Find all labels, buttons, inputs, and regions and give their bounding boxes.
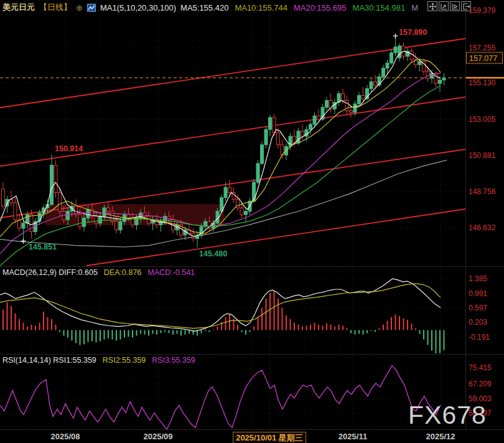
candle-body: [78, 215, 82, 226]
fx678-watermark: FX678: [408, 401, 487, 430]
macd-header: MACD(26,12,9) DIFF:0.605DEA:0.876MACD:-0…: [2, 268, 195, 277]
candle-body: [277, 133, 280, 145]
candle-body: [374, 82, 377, 85]
candle-body: [95, 217, 98, 223]
price-chart-canvas[interactable]: 157.890150.914145.851145.480159.379157.2…: [0, 0, 504, 443]
candle-body: [50, 166, 54, 205]
date-tick-label: 2025/08: [51, 432, 80, 441]
rsi-header-value: RSI(14,14,14) RSI1:55.359: [2, 356, 96, 365]
rsi-header: RSI(14,14,14) RSI1:55.359RSI2:55.359RSI3…: [2, 356, 195, 365]
macd-axis-label: 1.385: [469, 274, 487, 283]
price-axis-label: 155.130: [469, 78, 496, 87]
ma-value-label: MA20:155.695: [294, 3, 347, 12]
trend-channel-line[interactable]: [0, 97, 465, 166]
candle-body: [370, 82, 373, 88]
candle-body: [394, 47, 397, 53]
ma20-line: [0, 73, 441, 254]
date-tick-label: 2025/09: [144, 432, 173, 441]
candle-body: [220, 198, 223, 212]
candle-body: [269, 118, 272, 129]
date-tick-label: 2025/11: [338, 432, 367, 441]
candle-body: [99, 217, 102, 223]
candle-body: [245, 211, 248, 214]
candle-body: [54, 166, 57, 193]
candle-body: [418, 62, 421, 65]
candle-body: [22, 223, 25, 228]
price-annotation: 145.480: [199, 249, 227, 258]
macd-axis-label: 0.597: [469, 304, 487, 312]
ma-value-label: MA10:155.744: [235, 3, 287, 12]
ma-values-row: MA5:155.420MA10:155.744MA20:155.695MA30:…: [180, 3, 418, 12]
price-axis-label: 153.005: [469, 115, 496, 124]
candle-body: [386, 63, 389, 68]
price-annotation: 145.851: [29, 243, 57, 251]
link-icon[interactable]: ⊕: [76, 3, 83, 12]
pan-crosshair-icon[interactable]: [427, 1, 437, 11]
macd-axis-label: -0.191: [469, 333, 490, 342]
candle-body: [103, 208, 106, 217]
macd-header-value: MACD:-0.541: [147, 268, 195, 277]
candle-body: [350, 111, 353, 113]
price-axis-label: 146.632: [469, 223, 496, 232]
price-axis-label: 148.756: [469, 187, 496, 196]
rsi-header-value: RSI3:55.359: [152, 356, 195, 365]
chart-header: 美元日元 【日线】 ⊕ MA1(5,10,20,30,100) MA5:155.…: [2, 2, 418, 13]
exit-chart-icon[interactable]: [461, 1, 471, 11]
candle-body: [67, 211, 70, 220]
candle-body: [127, 215, 130, 218]
price-axis-label: 157.255: [469, 44, 496, 52]
macd-diff-line: [0, 279, 441, 331]
period-tag[interactable]: 【日线】: [39, 2, 72, 13]
candle-body: [2, 189, 5, 206]
candle-body: [14, 203, 17, 220]
current-price-value: 157.077: [469, 54, 497, 63]
candle-body: [410, 51, 413, 60]
rsi-line: [0, 366, 441, 429]
candle-body: [58, 192, 62, 211]
macd-axis-label: 0.203: [469, 318, 487, 327]
candle-body: [442, 78, 446, 80]
price-axis-label: 150.881: [469, 151, 496, 160]
symbol-title: 美元日元: [2, 2, 35, 13]
candle-body: [228, 187, 231, 192]
candle-body: [317, 116, 320, 119]
candle-body: [390, 53, 393, 63]
candle-body: [253, 182, 256, 201]
candle-body: [301, 131, 304, 136]
ma-value-label: MA30:154.981: [353, 3, 406, 12]
candle-body: [362, 95, 365, 98]
macd-header-value: MACD(26,12,9) DIFF:0.605: [2, 268, 98, 277]
trend-channel-line[interactable]: [0, 149, 465, 218]
ma-settings-label[interactable]: MA1(5,10,20,30,100): [100, 3, 176, 12]
ma-value-label: MA5:155.420: [180, 3, 228, 12]
rsi-header-value: RSI2:55.359: [103, 356, 146, 365]
candle-body: [342, 94, 345, 101]
candle-body: [297, 131, 300, 143]
candle-body: [273, 118, 276, 133]
playback-icon[interactable]: [450, 1, 460, 11]
macd-header-value: DEA:0.876: [104, 268, 141, 277]
candle-body: [143, 213, 146, 216]
candle-body: [240, 208, 243, 215]
candle-body: [353, 104, 357, 113]
zoom-range-icon[interactable]: [439, 1, 449, 11]
candle-body: [264, 129, 268, 145]
candle-body: [107, 208, 110, 211]
selected-date-label: 2025/10/01 星期三: [233, 432, 306, 443]
moving-averages-layer: [0, 51, 447, 266]
candle-body: [325, 101, 329, 108]
ma-value-label: M: [411, 3, 418, 12]
candle-body: [261, 145, 264, 164]
candle-body: [439, 80, 442, 83]
candle-body: [115, 222, 118, 230]
candle-body: [224, 187, 227, 197]
rsi-axis-label: 67.209: [469, 380, 492, 388]
candle-body: [86, 210, 90, 218]
price-annotation: 150.914: [55, 144, 83, 153]
chart-toolbar: [427, 1, 471, 11]
macd-axis-label: 0.991: [469, 289, 487, 298]
candle-body: [289, 136, 292, 146]
candle-body: [236, 199, 240, 208]
price-axis-label: 159.379: [469, 6, 496, 15]
rsi-axis-label: 75.415: [469, 363, 492, 372]
